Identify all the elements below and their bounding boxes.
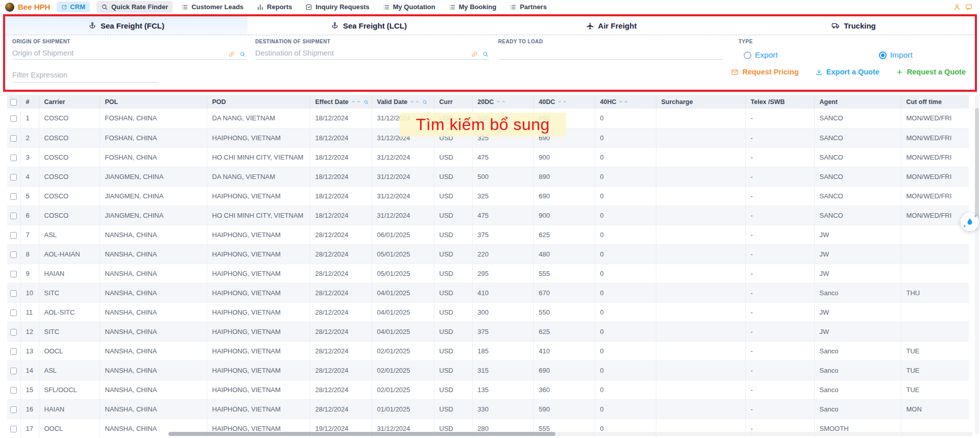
column-search-icon[interactable] (422, 98, 428, 106)
table-cell: HAIPHONG, VIETNAM (207, 128, 310, 147)
sort-icons[interactable] (496, 99, 506, 104)
row-checkbox[interactable] (10, 368, 17, 374)
table-cell: NANSHA, CHINA (100, 283, 207, 302)
vertical-scrollbar[interactable] (975, 95, 979, 434)
person-icon[interactable] (953, 3, 961, 11)
horizontal-scrollbar-thumb[interactable] (168, 432, 555, 436)
row-checkbox[interactable] (10, 329, 17, 336)
chat-icon[interactable] (965, 3, 973, 11)
sort-icons[interactable] (619, 99, 628, 104)
request-a-quote-button[interactable]: Request a Quote (896, 68, 966, 76)
row-checkbox[interactable] (10, 115, 17, 122)
table-cell: 13 (20, 341, 39, 360)
table-cell: 28/12/2024 (310, 264, 372, 283)
brand[interactable]: Bee HPH (5, 3, 50, 12)
vertical-scrollbar-thumb[interactable] (975, 108, 979, 225)
origin-field-group: ORIGIN OF SHIPMENT (12, 39, 246, 60)
table-cell: FOSHAN, CHINA (100, 147, 207, 167)
table-cell: 185 (472, 341, 533, 360)
table-cell: SANCO (814, 167, 901, 186)
table-cell: USD (434, 322, 472, 341)
row-checkbox[interactable] (10, 310, 17, 316)
table-cell (656, 360, 745, 380)
tab-air-freight[interactable]: Air Freight (490, 16, 732, 35)
column-search-icon[interactable] (363, 98, 369, 106)
table-cell (901, 225, 969, 244)
type-radio-export[interactable]: Export (744, 50, 778, 60)
destination-label: DESTINATION OF SHIPMENT (255, 39, 489, 44)
nav-item-customer-leads[interactable]: Customer Leads (177, 1, 248, 13)
origin-input[interactable] (12, 48, 246, 60)
plane-icon (586, 21, 594, 30)
row-checkbox[interactable] (10, 426, 17, 432)
table-cell: NANSHA, CHINA (100, 360, 207, 380)
crm-link[interactable]: CRM (57, 2, 90, 12)
external-link-icon (61, 4, 67, 10)
nav-item-reports[interactable]: Reports (252, 1, 297, 13)
tab-sea-freight-fcl[interactable]: Sea Freight (FCL) (5, 16, 248, 35)
request-pricing-button[interactable]: Request Pricing (731, 68, 798, 76)
list-icon (509, 4, 517, 11)
table-cell (656, 109, 745, 128)
table-cell: USD (434, 302, 472, 322)
origin-search-icon[interactable] (239, 51, 246, 58)
select-all-checkbox[interactable] (10, 99, 17, 106)
sort-icons[interactable] (557, 99, 567, 104)
sort-icons[interactable] (410, 99, 420, 104)
export-a-quote-button[interactable]: Export a Quote (815, 68, 879, 76)
table-cell: 11 (20, 302, 39, 322)
table-cell: 325 (472, 128, 533, 147)
assistant-float-button[interactable]: + + (961, 213, 979, 231)
row-checkbox[interactable] (10, 406, 17, 413)
row-checkbox[interactable] (10, 271, 17, 277)
nav-item-label: Quick Rate Finder (111, 3, 168, 11)
nav-item-my-booking[interactable]: My Booking (444, 1, 501, 13)
col-header-effect-date[interactable]: Effect Date (310, 95, 372, 109)
col-header-40hc[interactable]: 40HC (595, 95, 656, 109)
list-icon (181, 4, 188, 11)
col-header-40dc[interactable]: 40DC (533, 95, 595, 109)
table-cell: 410 (533, 341, 595, 360)
row-checkbox[interactable] (10, 290, 17, 297)
tab-trucking[interactable]: Trucking (732, 16, 975, 35)
table-cell: 31/12/2024 (372, 205, 434, 225)
link-icon[interactable] (471, 51, 478, 58)
col-header-20dc[interactable]: 20DC (472, 95, 533, 109)
col-header-curr: Curr (434, 95, 472, 109)
col-header-pol: POL (100, 95, 207, 109)
nav-item-quick-rate-finder[interactable]: Quick Rate Finder (96, 1, 173, 13)
table-cell (656, 244, 745, 264)
table-cell (656, 283, 745, 302)
table-row: 2COSCOFOSHAN, CHINAHAIPHONG, VIETNAM18/1… (7, 128, 969, 147)
nav-item-my-quotation[interactable]: My Quotation (378, 1, 440, 13)
link-icon[interactable] (228, 51, 235, 58)
row-checkbox[interactable] (10, 348, 17, 355)
table-cell: COSCO (39, 147, 100, 167)
nav-item-inquiry-requests[interactable]: Inquiry Requests (301, 1, 374, 13)
bee-logo-icon (5, 3, 14, 12)
sort-icons[interactable] (351, 99, 361, 104)
sparkle-icon: + (974, 214, 977, 219)
row-checkbox[interactable] (10, 251, 17, 258)
nav-item-partners[interactable]: Partners (505, 1, 551, 13)
nav-item-label: Inquiry Requests (315, 3, 369, 11)
table-row: 3COSCOFOSHAN, CHINAHO CHI MINH CITY, VIE… (7, 147, 969, 167)
row-checkbox[interactable] (10, 154, 17, 161)
row-checkbox[interactable] (10, 213, 17, 219)
filter-expression-input[interactable] (12, 69, 158, 83)
table-cell: USD (434, 109, 472, 128)
table-cell: 7 (20, 225, 39, 244)
row-checkbox[interactable] (10, 135, 17, 142)
type-radio-import[interactable]: Import (879, 50, 913, 60)
tab-sea-freight-lcl[interactable]: Sea Freight (LCL) (248, 16, 490, 35)
destination-search-icon[interactable] (482, 51, 489, 58)
row-checkbox[interactable] (10, 174, 17, 181)
row-checkbox[interactable] (10, 232, 17, 239)
horizontal-scrollbar[interactable] (168, 432, 973, 436)
ready-to-load-input[interactable] (498, 48, 723, 60)
row-checkbox[interactable] (10, 387, 17, 394)
table-cell: HAIPHONG, VIETNAM (207, 341, 310, 360)
destination-input[interactable] (255, 48, 489, 60)
row-checkbox[interactable] (10, 193, 17, 200)
col-header-valid-date[interactable]: Valid Date (372, 95, 434, 109)
